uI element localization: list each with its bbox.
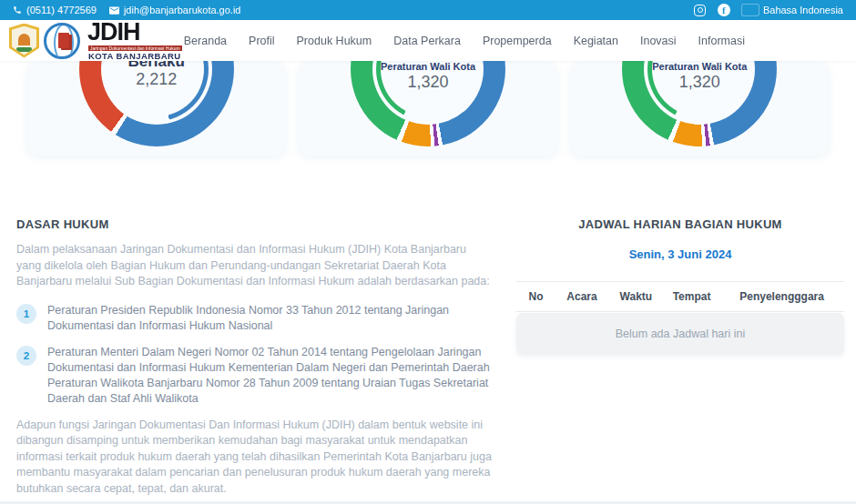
language-label: Bahasa Indonesia [763, 5, 843, 15]
indonesia-flag-icon [742, 5, 759, 15]
nav-item-produk-hukum[interactable]: Produk Hukum [297, 35, 372, 47]
list-item: 1 Peraturan Presiden Republik Indonesia … [16, 303, 494, 334]
email-link[interactable]: jdih@banjarbarukota.go.id [109, 5, 241, 15]
site-header: (0511) 4772569 jdih@banjarbarukota.go.id… [0, 0, 856, 61]
brand-text: JDIH Jaringan Dokumentasi dan Informasi … [87, 20, 182, 61]
nav-item-inovasi[interactable]: Inovasi [640, 35, 677, 47]
dasar-hukum-section: DASAR HUKUM Dalam pelaksanaan Jaringan D… [16, 217, 494, 504]
column-header-acara: Acara [555, 290, 608, 303]
dasar-hukum-heading: DASAR HUKUM [16, 217, 494, 231]
nav-menu: Beranda Profil Produk Hukum Data Perkara… [184, 35, 745, 47]
jadwal-section: JADWAL HARIAN BAGIAN HUKUM Senin, 3 Juni… [516, 217, 844, 504]
list-item-text: Peraturan Presiden Republik Indonesia No… [47, 303, 494, 334]
phone-icon [13, 5, 22, 15]
jdih-globe-icon [44, 23, 80, 59]
nav-item-kegiatan[interactable]: Kegiatan [574, 35, 618, 47]
language-switcher[interactable]: Bahasa Indonesia [742, 5, 843, 15]
nav-item-profil[interactable]: Profil [249, 35, 274, 47]
topbar-social: f Bahasa Indonesia [694, 4, 843, 16]
phone-number: (0511) 4772569 [26, 5, 97, 15]
chart-title: Peraturan Wali Kota [604, 61, 795, 73]
chart-value: 1,320 [604, 73, 795, 92]
brand-title: JDIH [87, 20, 182, 45]
chart-card-perwali-2: Peraturan Wali Kota 1,320 [571, 62, 829, 156]
main-two-column: DASAR HUKUM Dalam pelaksanaan Jaringan D… [0, 217, 856, 504]
column-header-tempat: Tempat [664, 290, 719, 303]
envelope-icon [109, 6, 119, 15]
site-logo[interactable]: JDIH Jaringan Dokumentasi dan Informasi … [9, 20, 182, 61]
topbar-contacts: (0511) 4772569 jdih@banjarbarukota.go.id [13, 5, 240, 15]
instagram-icon[interactable] [694, 5, 706, 16]
jadwal-heading: JADWAL HARIAN BAGIAN HUKUM [516, 217, 844, 231]
column-header-waktu: Waktu [608, 290, 664, 303]
nav-item-beranda[interactable]: Beranda [184, 35, 227, 47]
jadwal-date[interactable]: Senin, 3 Juni 2024 [516, 247, 844, 261]
nav-item-propemperda[interactable]: Propemperda [483, 35, 552, 47]
column-header-penyelenggara: Penyelengggara [719, 290, 844, 303]
chart-card-berlaku: Berlaku 2,212 [27, 62, 285, 156]
dasar-hukum-intro: Dalam pelaksanaan Jaringan Dokumentasi d… [16, 242, 494, 290]
topbar: (0511) 4772569 jdih@banjarbarukota.go.id… [0, 0, 856, 20]
jadwal-table: No Acara Waktu Tempat Penyelengggara Bel… [516, 281, 844, 355]
list-number-badge: 2 [16, 346, 36, 366]
chart-card-perwali-1: Peraturan Wali Kota 1,320 [299, 62, 556, 156]
facebook-icon[interactable]: f [718, 4, 730, 16]
jadwal-empty-message: Belum ada Jadwal hari ini [516, 313, 844, 355]
chart-value: 1,320 [332, 73, 524, 92]
donut-center-text: Peraturan Wali Kota 1,320 [604, 61, 795, 92]
stats-cards-row: Berlaku 2,212 Peraturan Wali Kota 1,320 [0, 61, 856, 156]
email-address: jdih@banjarbarukota.go.id [124, 5, 241, 15]
donut-center-text: Peraturan Wali Kota 1,320 [332, 61, 524, 92]
law-list: 1 Peraturan Presiden Republik Indonesia … [16, 303, 494, 407]
list-item: 2 Peraturan Menteri Dalam Negeri Nomor 0… [16, 345, 494, 407]
phone-link[interactable]: (0511) 4772569 [13, 5, 97, 15]
list-number-badge: 1 [16, 304, 36, 324]
column-header-no: No [516, 290, 555, 303]
nav-item-data-perkara[interactable]: Data Perkara [393, 35, 461, 47]
city-crest-icon [9, 24, 39, 58]
navbar: JDIH Jaringan Dokumentasi dan Informasi … [0, 20, 856, 61]
dasar-hukum-para2: Adapun fungsi Jaringan Dokumentasi Dan I… [16, 418, 494, 498]
nav-item-informasi[interactable]: Informasi [698, 35, 745, 47]
chart-title: Peraturan Wali Kota [332, 61, 524, 73]
jadwal-table-header: No Acara Waktu Tempat Penyelengggara [516, 281, 844, 312]
page-content: Berlaku 2,212 Peraturan Wali Kota 1,320 [0, 61, 856, 504]
list-item-text: Peraturan Menteri Dalam Negeri Nomor 02 … [47, 345, 494, 407]
chart-value: 2,212 [61, 70, 252, 88]
brand-subtitle: KOTA BANJARBARU [88, 52, 182, 61]
